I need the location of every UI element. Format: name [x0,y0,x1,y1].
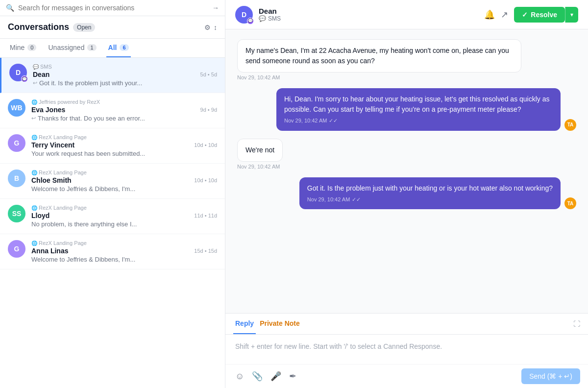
chat-sms-badge: 💬 [247,18,254,24]
reply-arrow-icon: ↩ [33,80,37,86]
message-time-1: Nov 29, 10:42 AM [237,74,280,80]
read-check-icon-2: ✓✓ [329,117,338,125]
chat-contact-avatar: D 💬 [235,6,253,24]
web-source-icon-lloyd: 🌐 [31,205,37,211]
sort-icon[interactable]: ↕ [214,24,217,31]
conv-source-terry: 🌐 RezX Landing Page [31,134,87,140]
read-check-icon-4: ✓✓ [352,195,361,204]
conversation-item-lloyd[interactable]: SS 🌐 RezX Landing Page Lloyd 11d • 11d N… [0,199,225,234]
message-4-row: Got it. Is the problem just with your he… [299,177,576,210]
conv-name-anna: Anna Linas [31,247,68,255]
conv-source-chloe: 🌐 RezX Landing Page [31,170,87,175]
conversations-title: Conversations [8,22,69,32]
message-2-row: Hi, Dean. I'm sorry to hear about your h… [276,88,576,131]
conv-preview-chloe: Welcome to Jeffries & Dibbens, I'm... [31,185,217,193]
conversation-item-anna[interactable]: G 🌐 RezX Landing Page Anna Linas 15d • 1… [0,234,225,269]
resolve-wrap: ✓ Resolve ▾ [514,7,578,23]
filter-icon[interactable]: ⚙ [204,24,211,31]
reply-arrow-icon-eva: ↩ [31,115,36,121]
conv-time-eva: 9d • 9d [200,107,217,113]
avatar-lloyd: SS [8,205,25,222]
sidebar: 🔍 → Conversations Open ⚙ ↕ Mine 0 Unassi… [0,0,225,388]
chat-contact-name: Dean [259,7,281,15]
web-source-icon-terry: 🌐 [31,135,37,140]
reply-toolbar: ☺ 📎 🎤 ✒ Send (⌘ + ↵) [225,364,588,388]
conv-source-lloyd: 🌐 RezX Landing Page [31,205,87,211]
conv-source-anna: 🌐 RezX Landing Page [31,240,87,246]
resolve-button[interactable]: ✓ Resolve [514,7,565,23]
conv-name-chloe: Chloe Smith [31,176,72,184]
conv-time-dean: 5d • 5d [200,72,217,77]
mute-icon[interactable]: 🔔 [484,9,495,20]
audio-icon[interactable]: 🎤 [269,369,283,384]
conv-preview-dean: ↩ Got it. Is the problem just with your.… [33,79,217,87]
avatar-dean: D 💬 [9,64,27,81]
search-icon: 🔍 [6,4,14,12]
header-actions: ⚙ ↕ [204,24,217,31]
avatar-terry: G [8,134,25,152]
reply-tabs: Reply Private Note ⛶ [225,314,588,335]
message-bubble-3: We're not [237,139,283,162]
conversations-header: Conversations Open ⚙ ↕ [0,16,225,39]
signature-icon[interactable]: ✒ [287,369,298,384]
message-bubble-4: Got it. Is the problem just with your he… [299,177,561,210]
conv-source-eva: 🌐 Jeffries powered by RezX [31,99,100,105]
avatar-chloe: B [8,170,25,187]
message-bubble-1: My name's Dean, I'm at 22 Acacha Avenue,… [237,39,521,73]
sms-source-icon: 💬 [33,64,39,70]
web-source-icon-anna: 🌐 [31,241,37,246]
chat-messages: My name's Dean, I'm at 22 Acacha Avenue,… [225,29,588,313]
search-bar: 🔍 → [0,0,225,16]
web-source-icon-eva: 🌐 [31,99,37,105]
conversation-item-terry[interactable]: G 🌐 RezX Landing Page Terry Vincent 10d … [0,128,225,164]
message-4: Got it. Is the problem just with your he… [237,177,576,210]
tab-unassigned[interactable]: Unassigned 1 [46,39,98,57]
conv-name-lloyd: Lloyd [31,212,49,219]
conv-source-dean: 💬 SMS [33,64,52,70]
tab-all[interactable]: All 6 [106,39,131,57]
conversation-item-dean[interactable]: D 💬 💬 SMS Dean 5d • 5d ↩ Got it. Is the … [0,58,225,93]
chat-channel: 💬 SMS [259,15,281,22]
reply-tab-private-note[interactable]: Private Note [258,314,302,334]
agent-avatar-4: TA [564,197,576,209]
expand-icon[interactable]: ⛶ [573,320,580,328]
conv-time-lloyd: 11d • 11d [194,213,217,218]
conv-name-dean: Dean [33,71,49,78]
conv-time-terry: 10d • 10d [194,142,217,148]
send-button[interactable]: Send (⌘ + ↵) [521,368,580,384]
message-bubble-2: Hi, Dean. I'm sorry to hear about your h… [276,88,561,131]
reply-tab-reply[interactable]: Reply [233,314,256,334]
message-time-2: Nov 29, 10:42 AM ✓✓ [284,117,553,125]
avatar-anna: G [8,240,25,258]
agent-avatar-2: TA [564,119,576,131]
search-input[interactable] [18,4,208,12]
avatar-eva: WB [8,99,25,117]
resolve-dropdown-button[interactable]: ▾ [565,7,578,23]
message-1: My name's Dean, I'm at 22 Acacha Avenue,… [237,39,576,80]
reply-area: Reply Private Note ⛶ Shift + enter for n… [225,313,588,388]
search-arrow-icon[interactable]: → [212,4,219,12]
attachment-icon[interactable]: 📎 [250,369,265,384]
conv-preview-anna: Welcome to Jeffries & Dibbens, I'm... [31,256,217,263]
conv-preview-terry: Your work request has been submitted... [31,150,217,157]
conversation-item-eva[interactable]: WB 🌐 Jeffries powered by RezX Eva Jones … [0,93,225,128]
conv-name-terry: Terry Vincent [31,141,74,149]
conv-name-eva: Eva Jones [31,106,65,114]
conv-time-chloe: 10d • 10d [194,177,217,183]
chat-contact-info: Dean 💬 SMS [259,7,281,22]
conv-preview-eva: ↩ Thanks for that. Do you see an error..… [31,115,217,122]
conversation-list: D 💬 💬 SMS Dean 5d • 5d ↩ Got it. Is the … [0,58,225,388]
tab-mine[interactable]: Mine 0 [8,39,38,57]
chat-header: D 💬 Dean 💬 SMS 🔔 ↗ ✓ Resolve ▾ [225,0,588,29]
conversation-item-chloe[interactable]: B 🌐 RezX Landing Page Chloe Smith 10d • … [0,164,225,199]
chat-header-actions: 🔔 ↗ ✓ Resolve ▾ [484,7,578,23]
emoji-icon[interactable]: ☺ [233,369,246,384]
message-3: We're not Nov 29, 10:42 AM [237,139,576,170]
conv-preview-lloyd: No problem, is there anything else I... [31,220,217,228]
message-time-4: Nov 29, 10:42 AM ✓✓ [307,195,553,204]
reply-input[interactable]: Shift + enter for new line. Start with '… [225,335,588,364]
sms-badge-dean: 💬 [21,75,28,82]
sms-channel-icon: 💬 [259,15,266,22]
message-time-3: Nov 29, 10:42 AM [237,164,280,170]
share-icon[interactable]: ↗ [501,9,508,20]
